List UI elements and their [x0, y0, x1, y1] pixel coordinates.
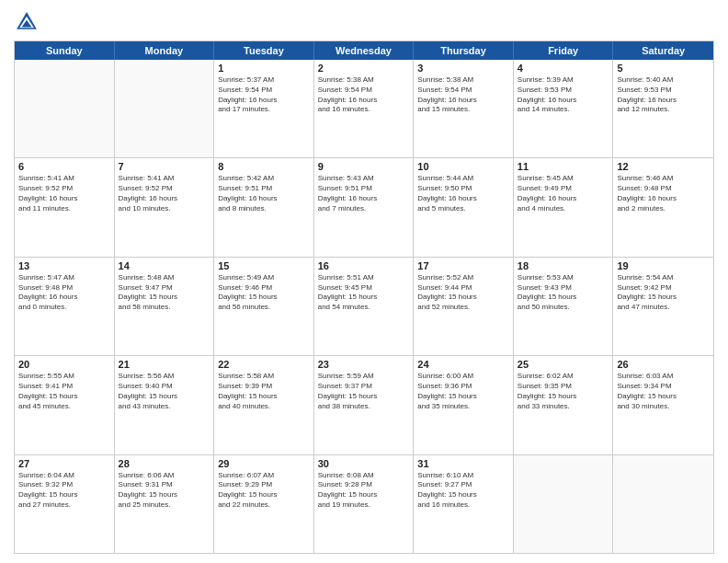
calendar-day-cell: 12Sunrise: 5:46 AM Sunset: 9:48 PM Dayli…: [613, 158, 713, 256]
day-content: Sunrise: 6:02 AM Sunset: 9:35 PM Dayligh…: [518, 372, 609, 411]
day-content: Sunrise: 5:55 AM Sunset: 9:41 PM Dayligh…: [18, 372, 110, 411]
day-content: Sunrise: 5:51 AM Sunset: 9:45 PM Dayligh…: [318, 273, 410, 313]
day-content: Sunrise: 5:39 AM Sunset: 9:53 PM Dayligh…: [518, 75, 609, 115]
calendar-week-row: 27Sunrise: 6:04 AM Sunset: 9:32 PM Dayli…: [15, 455, 713, 553]
day-number: 7: [119, 161, 210, 172]
calendar-day-cell: 5Sunrise: 5:40 AM Sunset: 9:53 PM Daylig…: [613, 60, 713, 157]
weekday-header: Wednesday: [314, 41, 415, 60]
calendar-day-cell: 24Sunrise: 6:00 AM Sunset: 9:36 PM Dayli…: [414, 356, 514, 454]
calendar-week-row: 20Sunrise: 5:55 AM Sunset: 9:41 PM Dayli…: [15, 356, 713, 454]
day-number: 28: [119, 458, 210, 469]
day-content: Sunrise: 5:54 AM Sunset: 9:42 PM Dayligh…: [617, 273, 710, 313]
day-content: Sunrise: 5:58 AM Sunset: 9:39 PM Dayligh…: [218, 372, 310, 411]
logo: [14, 9, 43, 35]
day-content: Sunrise: 5:47 AM Sunset: 9:48 PM Dayligh…: [18, 273, 110, 313]
day-content: Sunrise: 5:45 AM Sunset: 9:49 PM Dayligh…: [518, 174, 609, 213]
calendar-week-row: 13Sunrise: 5:47 AM Sunset: 9:48 PM Dayli…: [15, 258, 713, 356]
calendar-header: SundayMondayTuesdayWednesdayThursdayFrid…: [15, 41, 713, 60]
day-number: 3: [417, 63, 509, 74]
calendar-day-cell: 8Sunrise: 5:42 AM Sunset: 9:51 PM Daylig…: [214, 158, 314, 256]
day-content: Sunrise: 5:42 AM Sunset: 9:51 PM Dayligh…: [218, 174, 310, 213]
day-content: Sunrise: 5:38 AM Sunset: 9:54 PM Dayligh…: [318, 75, 410, 115]
calendar-day-cell: 17Sunrise: 5:52 AM Sunset: 9:44 PM Dayli…: [414, 258, 514, 355]
day-number: 21: [119, 359, 210, 370]
day-number: 15: [218, 260, 310, 271]
day-content: Sunrise: 5:59 AM Sunset: 9:37 PM Dayligh…: [318, 372, 410, 411]
day-content: Sunrise: 6:10 AM Sunset: 9:27 PM Dayligh…: [417, 471, 509, 511]
day-content: Sunrise: 6:00 AM Sunset: 9:36 PM Dayligh…: [417, 372, 509, 411]
weekday-header: Monday: [115, 41, 215, 60]
day-number: 11: [518, 161, 609, 172]
weekday-header: Tuesday: [214, 41, 314, 60]
day-content: Sunrise: 5:40 AM Sunset: 9:53 PM Dayligh…: [617, 75, 710, 115]
day-content: Sunrise: 5:37 AM Sunset: 9:54 PM Dayligh…: [218, 75, 310, 115]
day-number: 6: [18, 161, 110, 172]
day-number: 2: [318, 63, 410, 74]
calendar-day-cell: 25Sunrise: 6:02 AM Sunset: 9:35 PM Dayli…: [514, 356, 614, 454]
day-content: Sunrise: 5:38 AM Sunset: 9:54 PM Dayligh…: [417, 75, 509, 115]
day-content: Sunrise: 5:44 AM Sunset: 9:50 PM Dayligh…: [417, 174, 509, 213]
calendar-empty-cell: [15, 60, 115, 157]
day-number: 1: [218, 63, 310, 74]
day-number: 25: [518, 359, 609, 370]
calendar-week-row: 6Sunrise: 5:41 AM Sunset: 9:52 PM Daylig…: [15, 158, 713, 257]
calendar-day-cell: 26Sunrise: 6:03 AM Sunset: 9:34 PM Dayli…: [613, 356, 713, 454]
calendar-day-cell: 27Sunrise: 6:04 AM Sunset: 9:32 PM Dayli…: [15, 455, 115, 553]
day-content: Sunrise: 5:56 AM Sunset: 9:40 PM Dayligh…: [119, 372, 210, 411]
day-content: Sunrise: 6:03 AM Sunset: 9:34 PM Dayligh…: [617, 372, 710, 411]
calendar-week-row: 1Sunrise: 5:37 AM Sunset: 9:54 PM Daylig…: [15, 60, 713, 158]
day-number: 10: [417, 161, 509, 172]
weekday-header: Thursday: [414, 41, 514, 60]
day-content: Sunrise: 5:49 AM Sunset: 9:46 PM Dayligh…: [218, 273, 310, 313]
calendar-day-cell: 14Sunrise: 5:48 AM Sunset: 9:47 PM Dayli…: [115, 258, 215, 355]
calendar-day-cell: 4Sunrise: 5:39 AM Sunset: 9:53 PM Daylig…: [514, 60, 614, 157]
day-number: 20: [18, 359, 110, 370]
day-number: 8: [218, 161, 310, 172]
day-number: 13: [18, 260, 110, 271]
day-content: Sunrise: 5:53 AM Sunset: 9:43 PM Dayligh…: [518, 273, 609, 313]
calendar-body: 1Sunrise: 5:37 AM Sunset: 9:54 PM Daylig…: [15, 60, 713, 553]
calendar-day-cell: 11Sunrise: 5:45 AM Sunset: 9:49 PM Dayli…: [514, 158, 614, 256]
day-number: 14: [119, 260, 210, 271]
day-number: 30: [318, 458, 410, 469]
calendar-day-cell: 22Sunrise: 5:58 AM Sunset: 9:39 PM Dayli…: [214, 356, 314, 454]
day-number: 4: [518, 63, 609, 74]
calendar-day-cell: 20Sunrise: 5:55 AM Sunset: 9:41 PM Dayli…: [15, 356, 115, 454]
day-number: 5: [617, 63, 710, 74]
weekday-header: Friday: [514, 41, 614, 60]
day-number: 29: [218, 458, 310, 469]
day-number: 22: [218, 359, 310, 370]
calendar-day-cell: 13Sunrise: 5:47 AM Sunset: 9:48 PM Dayli…: [15, 258, 115, 355]
day-number: 9: [318, 161, 410, 172]
day-content: Sunrise: 5:46 AM Sunset: 9:48 PM Dayligh…: [617, 174, 710, 213]
calendar-day-cell: 6Sunrise: 5:41 AM Sunset: 9:52 PM Daylig…: [15, 158, 115, 256]
day-number: 16: [318, 260, 410, 271]
calendar-day-cell: 21Sunrise: 5:56 AM Sunset: 9:40 PM Dayli…: [115, 356, 215, 454]
calendar-day-cell: 19Sunrise: 5:54 AM Sunset: 9:42 PM Dayli…: [613, 258, 713, 355]
day-number: 19: [617, 260, 710, 271]
day-content: Sunrise: 5:52 AM Sunset: 9:44 PM Dayligh…: [417, 273, 509, 313]
calendar-day-cell: 23Sunrise: 5:59 AM Sunset: 9:37 PM Dayli…: [314, 356, 415, 454]
calendar-day-cell: 31Sunrise: 6:10 AM Sunset: 9:27 PM Dayli…: [414, 455, 514, 553]
calendar-day-cell: 2Sunrise: 5:38 AM Sunset: 9:54 PM Daylig…: [314, 60, 415, 157]
calendar-day-cell: 7Sunrise: 5:41 AM Sunset: 9:52 PM Daylig…: [115, 158, 215, 256]
day-number: 17: [417, 260, 509, 271]
day-content: Sunrise: 6:07 AM Sunset: 9:29 PM Dayligh…: [218, 471, 310, 511]
calendar-day-cell: 15Sunrise: 5:49 AM Sunset: 9:46 PM Dayli…: [214, 258, 314, 355]
day-number: 18: [518, 260, 609, 271]
calendar-empty-cell: [514, 455, 614, 553]
calendar-day-cell: 3Sunrise: 5:38 AM Sunset: 9:54 PM Daylig…: [414, 60, 514, 157]
logo-icon: [14, 9, 40, 35]
calendar-day-cell: 30Sunrise: 6:08 AM Sunset: 9:28 PM Dayli…: [314, 455, 415, 553]
day-content: Sunrise: 5:43 AM Sunset: 9:51 PM Dayligh…: [318, 174, 410, 213]
day-number: 27: [18, 458, 110, 469]
calendar-day-cell: 9Sunrise: 5:43 AM Sunset: 9:51 PM Daylig…: [314, 158, 415, 256]
day-content: Sunrise: 5:48 AM Sunset: 9:47 PM Dayligh…: [119, 273, 210, 313]
calendar-day-cell: 1Sunrise: 5:37 AM Sunset: 9:54 PM Daylig…: [214, 60, 314, 157]
day-content: Sunrise: 5:41 AM Sunset: 9:52 PM Dayligh…: [18, 174, 110, 213]
day-number: 23: [318, 359, 410, 370]
day-content: Sunrise: 6:06 AM Sunset: 9:31 PM Dayligh…: [119, 471, 210, 511]
day-number: 31: [417, 458, 509, 469]
day-content: Sunrise: 6:08 AM Sunset: 9:28 PM Dayligh…: [318, 471, 410, 511]
weekday-header: Sunday: [15, 41, 115, 60]
